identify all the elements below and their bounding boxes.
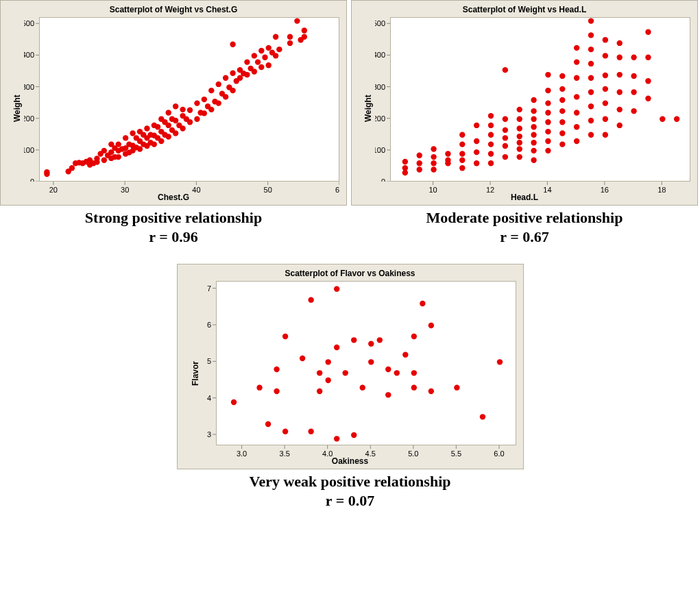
svg-point-137 xyxy=(402,165,408,171)
svg-point-287 xyxy=(394,370,399,375)
chart3-ylabel: Flavor xyxy=(191,345,200,386)
svg-point-22 xyxy=(116,154,121,160)
chart2-caption-line2: r = 0.67 xyxy=(426,227,623,247)
svg-point-214 xyxy=(588,32,594,38)
svg-point-75 xyxy=(202,97,207,102)
svg-point-100 xyxy=(258,48,264,53)
svg-point-223 xyxy=(617,123,623,128)
svg-point-219 xyxy=(603,86,608,92)
svg-point-169 xyxy=(503,67,508,73)
svg-point-176 xyxy=(517,107,522,112)
svg-point-80 xyxy=(216,100,221,106)
svg-point-294 xyxy=(428,323,433,328)
svg-point-51 xyxy=(158,138,164,144)
svg-point-170 xyxy=(517,154,522,160)
svg-point-12 xyxy=(94,156,99,161)
chart2-svg xyxy=(391,18,691,182)
svg-point-89 xyxy=(230,42,235,47)
svg-point-148 xyxy=(445,151,450,156)
svg-point-1 xyxy=(44,169,49,175)
svg-text:3: 3 xyxy=(206,430,210,439)
svg-point-230 xyxy=(631,89,636,95)
svg-point-291 xyxy=(411,334,416,339)
svg-point-205 xyxy=(574,59,579,64)
svg-point-280 xyxy=(351,337,357,343)
svg-point-202 xyxy=(574,110,579,115)
svg-point-178 xyxy=(531,148,536,153)
chart1-title: Scatterplot of Weight vs Chest.G xyxy=(1,5,346,14)
chart3-caption-line1: Very weak positive relationship xyxy=(250,472,451,491)
svg-point-147 xyxy=(445,157,450,162)
svg-text:100: 100 xyxy=(24,146,34,154)
svg-point-211 xyxy=(588,75,594,80)
svg-point-207 xyxy=(588,132,594,138)
chart2-xlabel: Head.L xyxy=(352,193,697,202)
svg-point-181 xyxy=(531,124,536,130)
svg-point-154 xyxy=(474,160,479,166)
svg-point-149 xyxy=(459,165,465,171)
svg-point-97 xyxy=(252,53,257,58)
svg-text:200: 200 xyxy=(24,114,34,123)
svg-point-103 xyxy=(266,45,271,51)
svg-point-14 xyxy=(101,157,107,162)
svg-point-268 xyxy=(299,356,304,361)
svg-point-58 xyxy=(166,110,171,115)
svg-point-215 xyxy=(588,18,594,23)
svg-point-164 xyxy=(503,154,508,160)
chart3-title: Scatterplot of Flavor vs Oakiness xyxy=(178,269,523,278)
svg-point-279 xyxy=(351,432,357,438)
svg-point-297 xyxy=(496,359,502,365)
svg-point-144 xyxy=(431,154,436,160)
svg-point-208 xyxy=(588,118,594,123)
chart1-ylabel: Weight xyxy=(12,81,22,122)
svg-point-101 xyxy=(262,54,267,60)
svg-point-67 xyxy=(180,107,185,112)
svg-point-234 xyxy=(645,78,651,84)
svg-text:5: 5 xyxy=(206,357,210,365)
chart1-plot xyxy=(39,17,339,182)
svg-point-210 xyxy=(588,89,594,95)
svg-point-160 xyxy=(488,141,494,147)
svg-text:6: 6 xyxy=(206,321,210,329)
chart2-caption: Moderate positive relationship r = 0.67 xyxy=(426,208,623,246)
svg-point-225 xyxy=(617,89,623,95)
svg-point-62 xyxy=(173,118,178,123)
svg-point-151 xyxy=(459,151,465,156)
svg-point-188 xyxy=(545,119,551,125)
svg-point-277 xyxy=(334,286,339,291)
svg-point-110 xyxy=(294,18,300,23)
svg-point-175 xyxy=(517,116,522,121)
chart2-caption-line1: Moderate positive relationship xyxy=(426,208,623,227)
svg-point-78 xyxy=(208,88,214,93)
svg-point-273 xyxy=(325,359,330,365)
svg-text:7: 7 xyxy=(206,284,210,293)
svg-point-193 xyxy=(559,141,565,147)
svg-point-172 xyxy=(517,140,522,145)
svg-point-99 xyxy=(258,64,264,70)
svg-point-238 xyxy=(674,116,679,121)
svg-text:400: 400 xyxy=(24,51,34,59)
svg-point-162 xyxy=(488,123,494,128)
svg-point-168 xyxy=(503,116,508,121)
chart3-xlabel: Oakiness xyxy=(178,456,523,466)
svg-point-217 xyxy=(603,116,608,121)
chart1-panel: Scatterplot of Weight vs Chest.G Weight … xyxy=(0,0,347,206)
svg-point-141 xyxy=(417,153,422,158)
svg-text:500: 500 xyxy=(24,19,34,27)
svg-point-57 xyxy=(166,123,171,128)
svg-point-184 xyxy=(531,97,536,103)
svg-point-283 xyxy=(368,341,374,346)
svg-point-177 xyxy=(531,157,536,162)
svg-point-237 xyxy=(660,116,665,121)
chart2-yticks: 0100200300400500 xyxy=(375,17,390,182)
svg-point-265 xyxy=(274,367,279,372)
svg-point-222 xyxy=(603,37,608,42)
svg-point-264 xyxy=(274,388,279,394)
svg-point-153 xyxy=(459,132,465,138)
svg-point-201 xyxy=(574,124,579,130)
svg-point-107 xyxy=(276,47,282,52)
chart1-yticks: 0100200300400500 xyxy=(24,17,39,182)
svg-point-165 xyxy=(503,143,508,149)
svg-point-142 xyxy=(431,166,436,172)
svg-point-63 xyxy=(173,103,178,109)
